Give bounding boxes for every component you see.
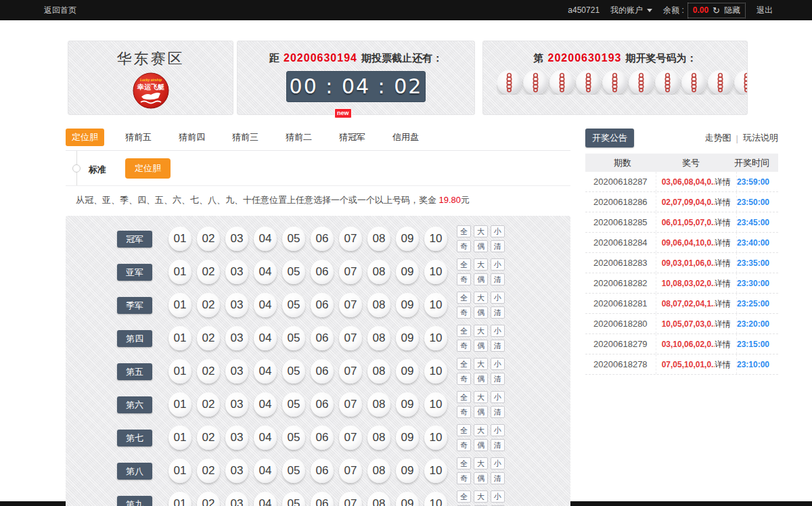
number-ball-06[interactable]: 06: [311, 293, 334, 317]
number-ball-09[interactable]: 09: [396, 492, 419, 506]
number-ball-07[interactable]: 07: [339, 492, 362, 506]
number-ball-06[interactable]: 06: [311, 426, 334, 450]
number-ball-01[interactable]: 01: [168, 459, 191, 483]
number-ball-04[interactable]: 04: [254, 260, 277, 284]
tab-猜前五[interactable]: 猜前五: [119, 129, 158, 146]
detail-link[interactable]: 详情: [715, 334, 736, 354]
number-ball-03[interactable]: 03: [225, 293, 248, 317]
number-ball-10[interactable]: 10: [424, 326, 447, 350]
number-ball-04[interactable]: 04: [254, 359, 277, 384]
number-ball-04[interactable]: 04: [254, 492, 277, 506]
quick-pick-奇[interactable]: 奇: [457, 306, 471, 319]
detail-link[interactable]: 详情: [715, 354, 736, 374]
quick-pick-清[interactable]: 清: [491, 406, 505, 418]
number-ball-05[interactable]: 05: [282, 293, 305, 317]
quick-pick-偶[interactable]: 偶: [474, 406, 488, 418]
number-ball-02[interactable]: 02: [197, 260, 220, 284]
number-ball-04[interactable]: 04: [254, 392, 277, 417]
quick-pick-偶[interactable]: 偶: [474, 373, 488, 385]
quick-pick-全[interactable]: 全: [457, 391, 471, 403]
quick-pick-大[interactable]: 大: [474, 391, 488, 403]
quick-pick-小[interactable]: 小: [491, 225, 505, 237]
number-ball-05[interactable]: 05: [282, 260, 305, 284]
quick-pick-大[interactable]: 大: [474, 424, 488, 436]
quick-pick-小[interactable]: 小: [491, 457, 505, 469]
number-ball-02[interactable]: 02: [197, 359, 220, 384]
quick-pick-大[interactable]: 大: [474, 292, 488, 304]
quick-pick-奇[interactable]: 奇: [457, 373, 471, 385]
number-ball-09[interactable]: 09: [396, 392, 419, 417]
number-ball-10[interactable]: 10: [424, 359, 447, 384]
quick-pick-小[interactable]: 小: [491, 490, 505, 503]
number-ball-09[interactable]: 09: [396, 293, 419, 317]
tab-猜前三[interactable]: 猜前三: [226, 129, 265, 146]
detail-link[interactable]: 详情: [715, 212, 736, 232]
number-ball-07[interactable]: 07: [339, 459, 362, 483]
number-ball-03[interactable]: 03: [225, 359, 248, 384]
number-ball-07[interactable]: 07: [339, 426, 362, 450]
quick-pick-全[interactable]: 全: [457, 490, 471, 503]
quick-pick-清[interactable]: 清: [491, 472, 505, 484]
quick-pick-偶[interactable]: 偶: [474, 240, 488, 252]
number-ball-01[interactable]: 01: [168, 227, 191, 251]
number-ball-08[interactable]: 08: [367, 459, 390, 483]
number-ball-06[interactable]: 06: [311, 459, 334, 483]
trend-chart-link[interactable]: 走势图: [705, 132, 731, 144]
number-ball-06[interactable]: 06: [311, 359, 334, 384]
number-ball-02[interactable]: 02: [197, 326, 220, 350]
number-ball-01[interactable]: 01: [168, 392, 191, 417]
number-ball-07[interactable]: 07: [339, 392, 362, 417]
quick-pick-大[interactable]: 大: [474, 358, 488, 370]
number-ball-08[interactable]: 08: [367, 392, 390, 417]
number-ball-08[interactable]: 08: [367, 426, 390, 450]
number-ball-08[interactable]: 08: [367, 492, 390, 506]
account-menu[interactable]: 我的账户: [610, 5, 652, 16]
quick-pick-全[interactable]: 全: [457, 358, 471, 370]
number-ball-04[interactable]: 04: [254, 326, 277, 350]
number-ball-07[interactable]: 07: [339, 227, 362, 251]
detail-link[interactable]: 详情: [715, 294, 736, 313]
detail-link[interactable]: 详情: [715, 192, 736, 212]
number-ball-06[interactable]: 06: [311, 392, 334, 417]
quick-pick-小[interactable]: 小: [491, 258, 505, 271]
number-ball-09[interactable]: 09: [396, 227, 419, 251]
quick-pick-偶[interactable]: 偶: [474, 472, 488, 484]
quick-pick-清[interactable]: 清: [491, 306, 505, 319]
number-ball-03[interactable]: 03: [225, 426, 248, 450]
detail-link[interactable]: 详情: [715, 172, 736, 191]
quick-pick-清[interactable]: 清: [491, 439, 505, 451]
tab-定位胆[interactable]: 定位胆: [66, 129, 104, 146]
quick-pick-偶[interactable]: 偶: [474, 306, 488, 319]
quick-pick-全[interactable]: 全: [457, 258, 471, 271]
number-ball-03[interactable]: 03: [225, 260, 248, 284]
tab-猜冠军[interactable]: 猜冠军: [333, 129, 371, 146]
number-ball-09[interactable]: 09: [396, 359, 419, 384]
quick-pick-清[interactable]: 清: [491, 340, 505, 352]
quick-pick-大[interactable]: 大: [474, 225, 488, 237]
number-ball-10[interactable]: 10: [424, 392, 447, 417]
quick-pick-大[interactable]: 大: [474, 325, 488, 337]
detail-link[interactable]: 详情: [715, 273, 736, 293]
quick-pick-偶[interactable]: 偶: [474, 273, 488, 285]
number-ball-05[interactable]: 05: [282, 492, 305, 506]
number-ball-02[interactable]: 02: [197, 392, 220, 417]
quick-pick-全[interactable]: 全: [457, 325, 471, 337]
tab-信用盘[interactable]: 信用盘: [386, 129, 425, 146]
quick-pick-小[interactable]: 小: [491, 391, 505, 403]
number-ball-06[interactable]: 06: [311, 326, 334, 350]
quick-pick-偶[interactable]: 偶: [474, 439, 488, 451]
number-ball-01[interactable]: 01: [168, 426, 191, 450]
standard-mode-radio[interactable]: [72, 164, 81, 172]
selected-play-button[interactable]: 定位胆: [125, 158, 171, 179]
number-ball-09[interactable]: 09: [396, 459, 419, 483]
number-ball-08[interactable]: 08: [367, 293, 390, 317]
number-ball-07[interactable]: 07: [339, 359, 362, 384]
number-ball-06[interactable]: 06: [311, 260, 334, 284]
number-ball-02[interactable]: 02: [197, 426, 220, 450]
quick-pick-偶[interactable]: 偶: [474, 340, 488, 352]
number-ball-03[interactable]: 03: [225, 227, 248, 251]
number-ball-10[interactable]: 10: [424, 459, 447, 483]
quick-pick-全[interactable]: 全: [457, 225, 471, 237]
quick-pick-清[interactable]: 清: [491, 240, 505, 252]
number-ball-04[interactable]: 04: [254, 227, 277, 251]
